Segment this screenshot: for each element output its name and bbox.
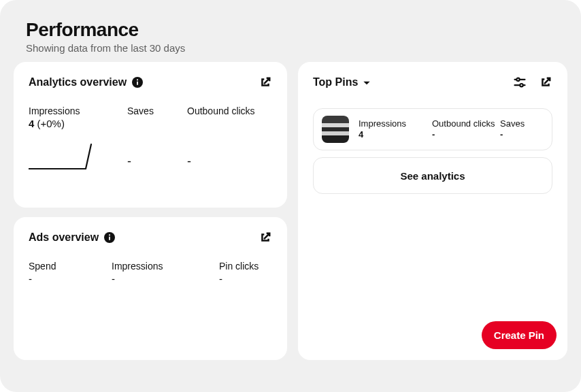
pin-stat-label: Outbound clicks <box>432 118 500 129</box>
metric-label: Spend <box>29 261 112 272</box>
svg-point-5 <box>109 234 110 235</box>
svg-rect-1 <box>137 82 138 86</box>
metric-label: Impressions <box>29 105 127 116</box>
page-title: Performance <box>26 19 555 41</box>
external-link-icon[interactable] <box>539 76 552 89</box>
analytics-card-header: Analytics overview <box>29 76 272 89</box>
metric-spend: Spend - <box>29 261 112 284</box>
top-pins-dropdown[interactable]: Top Pins <box>313 76 371 88</box>
ads-title-group: Ads overview <box>29 231 115 244</box>
pin-stat-value: - <box>432 129 500 140</box>
analytics-title: Analytics overview <box>29 76 127 88</box>
svg-point-2 <box>137 79 138 80</box>
ads-title: Ads overview <box>29 231 99 244</box>
metric-value: - <box>112 273 219 284</box>
metric-value: - <box>187 154 255 169</box>
page-subtitle: Showing data from the last 30 days <box>26 42 555 54</box>
external-link-icon[interactable] <box>259 76 272 89</box>
page-header: Performance Showing data from the last 3… <box>12 12 569 62</box>
impressions-number: 4 <box>29 118 34 129</box>
analytics-overview-card: Analytics overview Impressions 4 <box>14 62 287 208</box>
see-analytics-button[interactable]: See analytics <box>313 157 552 194</box>
external-link-icon[interactable] <box>259 231 272 244</box>
svg-point-9 <box>520 84 522 86</box>
metric-impressions: Impressions 4 (+0%) <box>29 105 127 172</box>
see-analytics-label: See analytics <box>400 170 465 182</box>
top-pins-header: Top Pins <box>313 76 552 89</box>
pin-stats: Impressions 4 Outbound clicks - Saves - <box>359 118 544 141</box>
pin-stat-outbound: Outbound clicks - <box>432 118 500 141</box>
metric-label: Saves <box>127 105 187 116</box>
metric-outbound-clicks: Outbound clicks - <box>187 105 255 172</box>
impressions-delta: (+0%) <box>37 118 65 129</box>
pin-stat-value: - <box>500 129 525 140</box>
pin-stat-label: Impressions <box>359 118 432 129</box>
content-columns: Analytics overview Impressions 4 <box>12 62 569 360</box>
metric-value: - <box>127 154 187 169</box>
analytics-title-group: Analytics overview <box>29 76 143 88</box>
info-icon[interactable] <box>132 77 143 88</box>
metric-label: Outbound clicks <box>187 105 255 116</box>
filter-icon[interactable] <box>513 76 527 89</box>
left-column: Analytics overview Impressions 4 <box>14 62 287 360</box>
impressions-sparkline <box>29 142 94 172</box>
ads-metrics: Spend - Impressions - Pin clicks - <box>29 261 272 284</box>
metric-saves: Saves - <box>127 105 187 172</box>
svg-rect-4 <box>109 237 110 241</box>
pin-thumbnail <box>322 116 349 143</box>
ads-overview-card: Ads overview Spend - Impr <box>14 217 287 360</box>
svg-point-7 <box>516 78 519 81</box>
top-pin-row[interactable]: Impressions 4 Outbound clicks - Saves - <box>313 108 552 150</box>
performance-page: Performance Showing data from the last 3… <box>0 0 581 392</box>
create-pin-label: Create Pin <box>494 329 544 341</box>
chevron-down-icon <box>362 78 371 87</box>
pin-stat-saves: Saves - <box>500 118 525 141</box>
metric-pin-clicks: Pin clicks - <box>219 261 259 284</box>
pin-stat-label: Saves <box>500 118 525 129</box>
metric-ad-impressions: Impressions - <box>112 261 219 284</box>
create-pin-button[interactable]: Create Pin <box>482 321 557 349</box>
metric-value: 4 (+0%) <box>29 118 127 129</box>
metric-value: - <box>219 273 259 284</box>
top-pins-title: Top Pins <box>313 76 358 88</box>
metric-label: Pin clicks <box>219 261 259 272</box>
metric-value: - <box>29 273 112 284</box>
top-pins-actions <box>513 76 552 89</box>
info-icon[interactable] <box>104 232 115 243</box>
top-pins-card: Top Pins <box>298 62 567 360</box>
analytics-metrics: Impressions 4 (+0%) Saves - <box>29 105 272 172</box>
ads-card-header: Ads overview <box>29 231 272 244</box>
metric-label: Impressions <box>112 261 219 272</box>
right-column: Top Pins <box>298 62 567 360</box>
pin-stat-value: 4 <box>359 129 432 140</box>
pin-stat-impressions: Impressions 4 <box>359 118 432 141</box>
